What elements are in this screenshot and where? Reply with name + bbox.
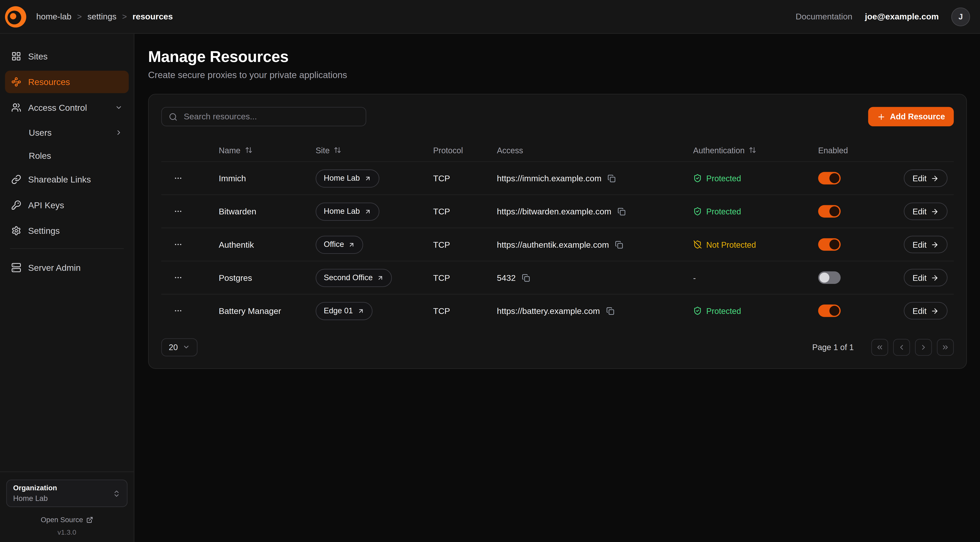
page-title: Manage Resources <box>148 48 967 66</box>
copy-icon <box>615 240 624 249</box>
edit-button[interactable]: Edit <box>904 302 948 320</box>
main-content: Manage Resources Create secure proxies t… <box>134 34 980 542</box>
site-label: Home Lab <box>324 207 360 216</box>
header-access: Access <box>497 145 693 155</box>
sidebar-item-label: Access Control <box>28 103 108 113</box>
app-logo-icon[interactable] <box>5 6 26 27</box>
documentation-link[interactable]: Documentation <box>796 12 853 21</box>
auth-status: Protected <box>693 207 818 216</box>
page-size-select[interactable]: 20 <box>161 338 198 356</box>
resources-icon <box>11 77 21 87</box>
header-site-label: Site <box>316 145 330 155</box>
sidebar-item-resources[interactable]: Resources <box>5 71 129 93</box>
organization-text: Organization Home Lab <box>13 483 112 504</box>
page-size-value: 20 <box>169 342 178 352</box>
row-menu-button[interactable] <box>161 273 219 282</box>
enabled-toggle[interactable] <box>818 205 841 217</box>
sort-icon <box>245 146 252 154</box>
site-link[interactable]: Second Office <box>316 269 392 287</box>
user-email[interactable]: joe@example.com <box>865 12 939 21</box>
topbar-right: Documentation joe@example.com J <box>796 7 970 26</box>
organization-selector[interactable]: Organization Home Lab <box>6 480 128 507</box>
table-toolbar: Add Resource <box>161 107 954 126</box>
table-row: Battery Manager Edge 01 TCP https://batt… <box>161 294 954 327</box>
sidebar-item-settings[interactable]: Settings <box>5 220 129 242</box>
sidebar-item-label: Sites <box>28 51 123 61</box>
sidebar-item-server-admin[interactable]: Server Admin <box>5 256 129 279</box>
chevron-right-icon <box>920 343 928 351</box>
edit-button[interactable]: Edit <box>904 269 948 287</box>
arrow-up-right-icon <box>357 308 364 314</box>
site-link[interactable]: Edge 01 <box>316 302 372 320</box>
row-menu-button[interactable] <box>161 174 219 183</box>
sidebar-item-users[interactable]: Users <box>5 122 129 143</box>
site-link[interactable]: Home Lab <box>316 169 379 187</box>
add-resource-button[interactable]: Add Resource <box>868 107 954 126</box>
edit-button[interactable]: Edit <box>904 202 948 220</box>
site-link[interactable]: Office <box>316 236 363 253</box>
open-source-link[interactable]: Open Source <box>6 516 128 523</box>
sidebar-item-access-control[interactable]: Access Control <box>5 96 129 119</box>
auth-status: - <box>693 273 818 282</box>
arrow-right-icon <box>931 174 939 182</box>
sidebar-item-label: Settings <box>28 226 123 236</box>
protocol: TCP <box>433 207 497 216</box>
breadcrumb-home-lab[interactable]: home-lab <box>36 12 71 21</box>
arrow-up-right-icon <box>364 208 371 215</box>
app: home-lab > settings > resources Document… <box>0 0 980 542</box>
toggle-thumb <box>829 173 840 183</box>
header-protocol: Protocol <box>433 145 497 155</box>
header-authentication[interactable]: Authentication <box>693 145 818 155</box>
first-page-button[interactable] <box>871 339 888 355</box>
page-subtitle: Create secure proxies to your private ap… <box>148 70 967 80</box>
chevron-right-icon <box>115 129 123 136</box>
sidebar-item-shareable-links[interactable]: Shareable Links <box>5 168 129 191</box>
resource-name: Immich <box>219 174 316 183</box>
next-page-button[interactable] <box>915 339 932 355</box>
sidebar-item-roles[interactable]: Roles <box>5 145 129 166</box>
resource-name: Battery Manager <box>219 306 316 316</box>
resource-name: Bitwarden <box>219 207 316 216</box>
toggle-thumb <box>829 239 840 250</box>
breadcrumb-settings[interactable]: settings <box>88 12 116 21</box>
enabled-toggle[interactable] <box>818 238 841 251</box>
copy-icon <box>617 207 626 215</box>
toggle-thumb <box>819 273 829 283</box>
enabled-toggle[interactable] <box>818 271 841 284</box>
ellipsis-icon <box>174 273 183 282</box>
sidebar-item-sites[interactable]: Sites <box>5 45 129 67</box>
edit-label: Edit <box>913 207 927 216</box>
copy-button[interactable] <box>617 207 626 215</box>
sidebar-item-label: Server Admin <box>28 263 123 273</box>
row-menu-button[interactable] <box>161 306 219 315</box>
copy-button[interactable] <box>522 273 530 282</box>
header-site[interactable]: Site <box>316 145 433 155</box>
search-box <box>161 107 366 126</box>
copy-button[interactable] <box>606 307 614 315</box>
chevron-left-icon <box>897 343 906 351</box>
prev-page-button[interactable] <box>893 339 910 355</box>
site-link[interactable]: Home Lab <box>316 202 379 220</box>
shield-off-icon <box>693 240 702 249</box>
arrow-up-right-icon <box>377 274 384 281</box>
breadcrumb-separator: > <box>77 12 82 21</box>
edit-button[interactable]: Edit <box>904 236 948 253</box>
header-name[interactable]: Name <box>219 145 316 155</box>
sidebar-item-api-keys[interactable]: API Keys <box>5 194 129 216</box>
copy-button[interactable] <box>615 240 624 249</box>
row-menu-button[interactable] <box>161 240 219 249</box>
enabled-toggle[interactable] <box>818 304 841 317</box>
copy-button[interactable] <box>608 174 616 182</box>
avatar[interactable]: J <box>951 7 970 26</box>
link-icon <box>11 175 21 185</box>
last-page-button[interactable] <box>937 339 954 355</box>
shield-check-icon <box>693 306 702 315</box>
breadcrumb-separator: > <box>122 12 127 21</box>
header-enabled: Enabled <box>818 145 904 155</box>
server-icon <box>11 263 21 273</box>
header-authentication-label: Authentication <box>693 145 745 155</box>
edit-button[interactable]: Edit <box>904 169 948 187</box>
enabled-toggle[interactable] <box>818 172 841 184</box>
search-input[interactable] <box>183 112 359 122</box>
row-menu-button[interactable] <box>161 207 219 216</box>
